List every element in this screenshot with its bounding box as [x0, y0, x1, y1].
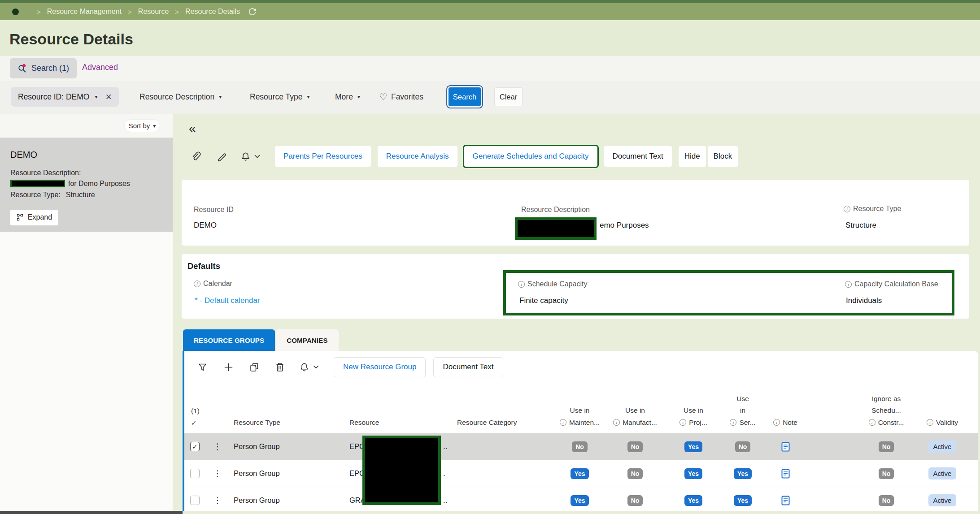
chevron-down-icon[interactable]	[312, 365, 319, 369]
generate-schedules-button[interactable]: Generate Schedules and Capacity	[464, 146, 597, 167]
info-icon[interactable]: i	[560, 419, 566, 426]
resource-groups-panel: New Resource Group Document Text (1) ✓ R…	[183, 351, 978, 511]
filter-icon[interactable]	[196, 363, 208, 372]
table-row[interactable]: ⋮ Person Group GRA .. Yes No Yes Yes No …	[184, 487, 978, 511]
badge-ignore-constraint: No	[879, 495, 894, 506]
filter-dropdown-more[interactable]: More ▾	[335, 87, 360, 107]
hide-button[interactable]: Hide	[679, 146, 706, 167]
dropdown-label: Resource Description	[139, 92, 214, 102]
resource-id-value: DEMO	[194, 221, 217, 230]
tab-advanced[interactable]: Advanced	[82, 63, 118, 72]
header-selection[interactable]: (1) ✓	[184, 405, 208, 433]
chevron-down-icon[interactable]: ▾	[95, 94, 97, 100]
info-icon[interactable]: i	[194, 281, 200, 287]
row-checkbox[interactable]	[190, 469, 200, 478]
kebab-menu-icon[interactable]: ⋮	[213, 495, 222, 505]
tab-search[interactable]: Search (1)	[10, 58, 77, 78]
header-use-in-maintenance[interactable]: Use in iMainten...	[553, 405, 606, 433]
header-use-in-manufacturing[interactable]: Use in iManufact...	[606, 405, 664, 433]
attachment-icon[interactable]	[189, 151, 203, 162]
header-use-in-project[interactable]: Use in iProj...	[664, 405, 723, 433]
info-icon[interactable]: i	[730, 419, 736, 426]
header-resource-category[interactable]: Resource Category	[450, 417, 553, 433]
table-row[interactable]: ✓ ⋮ Person Group EPC .. No No Yes No No …	[184, 433, 978, 460]
block-button[interactable]: Block	[708, 146, 738, 167]
sidebar-record-card[interactable]: DEMO Resource Description: for Demo Purp…	[0, 138, 173, 232]
badge-use-in-manufacturing: No	[627, 441, 643, 452]
default-calendar-link[interactable]: * - Default calendar	[195, 296, 260, 305]
edit-pencil-icon[interactable]	[215, 151, 228, 161]
breadcrumb-separator: >	[175, 8, 179, 16]
filter-chip-resource-id[interactable]: Resource ID: DEMO ▾ ×	[11, 87, 119, 107]
annotation-highlight-box: i Schedule Capacity Finite capacity i Ca…	[503, 270, 954, 315]
breadcrumb-item-resource-management[interactable]: Resource Management	[47, 8, 122, 16]
page-title: Resource Details	[9, 30, 133, 48]
filter-dropdown-resource-type[interactable]: Resource Type ▾	[250, 87, 309, 107]
header-ignore-constraint[interactable]: Ignore as Schedu... iConstr...	[857, 393, 915, 433]
sort-by-button[interactable]: Sort by ▾	[124, 119, 160, 132]
chevron-down-icon[interactable]	[253, 155, 261, 159]
info-icon[interactable]: i	[613, 419, 620, 426]
search-icon	[17, 64, 27, 73]
resource-type-label: i Resource Type	[844, 205, 901, 213]
header-use-in-service[interactable]: Use in iSer...	[723, 393, 763, 433]
resource-type-value: Structure	[845, 221, 876, 230]
resource-analysis-button[interactable]: Resource Analysis	[378, 146, 457, 167]
row-checkbox[interactable]: ✓	[190, 442, 200, 451]
row-checkbox[interactable]	[190, 496, 200, 505]
record-description-label: Resource Description:	[10, 168, 164, 178]
app-logo	[12, 9, 19, 15]
bell-icon[interactable]	[299, 362, 309, 372]
badge-use-in-service: Yes	[734, 495, 752, 506]
tab-resource-groups[interactable]: RESOURCE GROUPS	[183, 329, 275, 351]
document-text-button[interactable]: Document Text	[433, 357, 503, 377]
parents-per-resources-button[interactable]: Parents Per Resources	[275, 146, 371, 167]
breadcrumb-separator: >	[128, 8, 132, 16]
kebab-menu-icon[interactable]: ⋮	[213, 468, 222, 479]
info-icon[interactable]: i	[844, 206, 850, 212]
info-icon[interactable]: i	[773, 419, 780, 426]
header-validity[interactable]: iValidity	[915, 417, 969, 433]
dropdown-label: More	[335, 92, 353, 102]
add-icon[interactable]	[222, 363, 234, 372]
info-icon[interactable]: i	[927, 419, 933, 426]
bell-icon[interactable]	[240, 151, 251, 162]
info-icon[interactable]: i	[518, 281, 525, 288]
cell-resource-type: Person Group	[227, 442, 341, 451]
tab-companies[interactable]: COMPANIES	[276, 329, 339, 351]
expand-button[interactable]: Expand	[10, 210, 58, 225]
kebab-menu-icon[interactable]: ⋮	[213, 441, 222, 452]
delete-trash-icon[interactable]	[274, 362, 285, 372]
breadcrumb-item-resource-details[interactable]: Resource Details	[185, 8, 240, 16]
info-icon[interactable]: i	[845, 281, 852, 288]
search-count-dot	[22, 64, 26, 67]
header-resource-type[interactable]: Resource Type	[227, 417, 341, 433]
resource-id-label: Resource ID	[194, 206, 234, 214]
favorites-label: Favorites	[391, 92, 423, 102]
defaults-title: Defaults	[187, 261, 220, 271]
close-icon[interactable]: ×	[106, 92, 112, 102]
collapse-sidebar-icon[interactable]: «	[189, 121, 196, 136]
note-icon[interactable]	[781, 495, 790, 506]
document-text-button[interactable]: Document Text	[604, 146, 672, 167]
refresh-icon[interactable]	[248, 8, 257, 16]
filter-dropdown-resource-description[interactable]: Resource Description ▾	[139, 87, 222, 107]
window-top-strip	[0, 0, 980, 3]
clear-button[interactable]: Clear	[494, 87, 523, 106]
duplicate-icon[interactable]	[248, 362, 260, 372]
resource-description-label: Resource Description	[521, 206, 590, 214]
favorites-button[interactable]: ♡ Favorites	[379, 87, 423, 107]
badge-ignore-constraint: No	[879, 468, 894, 479]
header-resource[interactable]: Resource	[341, 417, 450, 433]
breadcrumb-item-resource[interactable]: Resource	[138, 8, 169, 16]
header-note[interactable]: iNote	[763, 417, 808, 433]
new-resource-group-button[interactable]: New Resource Group	[334, 357, 426, 377]
note-icon[interactable]	[781, 441, 790, 452]
record-type-value: Structure	[66, 190, 95, 200]
info-icon[interactable]: i	[869, 419, 875, 426]
note-icon[interactable]	[781, 468, 790, 479]
info-icon[interactable]: i	[679, 419, 686, 426]
label-text: Schedule Capacity	[527, 280, 587, 288]
search-button[interactable]: Search	[449, 87, 481, 106]
table-row[interactable]: ⋮ Person Group EPC . Yes No Yes Yes No A…	[184, 460, 978, 487]
